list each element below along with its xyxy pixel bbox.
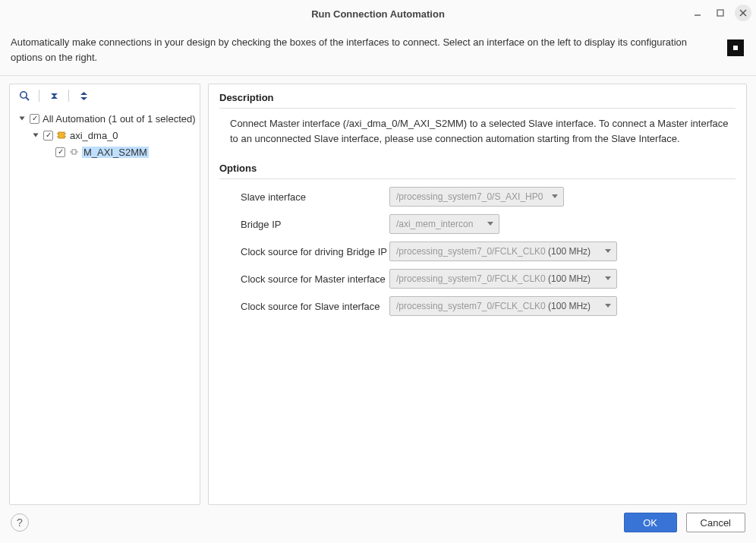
ip-block-icon <box>56 131 67 140</box>
svg-point-4 <box>20 91 26 97</box>
help-button[interactable]: ? <box>11 513 29 532</box>
close-button[interactable] <box>735 5 751 21</box>
option-label: Clock source for Slave interface <box>241 301 389 312</box>
description-heading: Description <box>219 92 736 109</box>
chevron-down-icon <box>604 273 612 284</box>
tree-row-port[interactable]: M_AXI_S2MM <box>13 144 197 160</box>
option-label: Clock source for Master interface <box>241 273 389 285</box>
description-body: Connect Master interface (/axi_dma_0/M_A… <box>219 116 736 146</box>
chevron-down-icon <box>487 219 494 229</box>
config-panel: Description Connect Master interface (/a… <box>208 84 747 505</box>
dropdown-value: /processing_system7_0/S_AXI_HP0 <box>396 191 547 202</box>
option-row: Clock source for driving Bridge IP /proc… <box>241 242 736 261</box>
slave-clock-dropdown[interactable]: /processing_system7_0/FCLK_CLK0 (100 MHz… <box>389 296 617 316</box>
option-row: Bridge IP /axi_mem_intercon <box>241 214 736 234</box>
toolbar-separator <box>39 90 39 102</box>
svg-rect-1 <box>717 10 723 16</box>
chevron-down-icon <box>604 246 612 257</box>
bridge-clock-dropdown[interactable]: /processing_system7_0/FCLK_CLK0 (100 MHz… <box>389 242 617 261</box>
dropdown-value: /axi_mem_intercon <box>396 219 482 229</box>
option-row: Clock source for Slave interface /proces… <box>241 296 736 316</box>
port-icon <box>68 147 79 156</box>
option-row: Clock source for Master interface /proce… <box>241 269 736 289</box>
tree-label-selected: M_AXI_S2MM <box>82 147 149 158</box>
ok-button[interactable]: OK <box>624 513 677 532</box>
bridge-ip-dropdown[interactable]: /axi_mem_intercon <box>389 214 499 234</box>
checkbox-all-automation[interactable] <box>30 114 39 124</box>
checkbox-port[interactable] <box>55 147 65 157</box>
dropdown-value: /processing_system7_0/FCLK_CLK0 (100 MHz… <box>396 273 600 284</box>
svg-rect-6 <box>58 132 65 138</box>
option-label: Clock source for driving Bridge IP <box>241 246 389 257</box>
tree-label: axi_dma_0 <box>70 130 118 141</box>
chevron-down-icon <box>604 301 612 311</box>
options-table: Slave interface /processing_system7_0/S_… <box>219 187 736 316</box>
chevron-down-icon <box>551 191 559 202</box>
master-clock-dropdown[interactable]: /processing_system7_0/FCLK_CLK0 (100 MHz… <box>389 269 617 289</box>
window-title: Run Connection Automation <box>311 8 445 20</box>
checkbox-ip[interactable] <box>43 131 53 140</box>
tree-toolbar <box>10 84 200 107</box>
titlebar: Run Connection Automation <box>0 0 756 27</box>
expand-all-button[interactable] <box>75 87 92 104</box>
option-label: Bridge IP <box>241 219 389 230</box>
expand-arrow-icon[interactable] <box>31 131 40 140</box>
tree-row-all-automation[interactable]: All Automation (1 out of 1 selected) <box>13 110 197 127</box>
options-heading: Options <box>219 163 736 179</box>
automation-tree: All Automation (1 out of 1 selected) axi… <box>10 107 200 163</box>
dropdown-value: /processing_system7_0/FCLK_CLK0 (100 MHz… <box>396 301 600 311</box>
svg-line-5 <box>26 97 29 100</box>
minimize-button[interactable] <box>689 5 706 21</box>
tree-label: All Automation (1 out of 1 selected) <box>43 113 196 125</box>
search-button[interactable] <box>16 87 33 104</box>
option-row: Slave interface /processing_system7_0/S_… <box>241 187 736 207</box>
svg-rect-11 <box>72 150 76 154</box>
amd-logo-icon <box>726 38 745 58</box>
header-description: Automatically make connections in your d… <box>11 35 717 65</box>
tree-panel: All Automation (1 out of 1 selected) axi… <box>9 84 200 505</box>
toolbar-separator <box>68 90 69 102</box>
header-description-bar: Automatically make connections in your d… <box>0 27 756 76</box>
option-label: Slave interface <box>241 191 389 203</box>
expand-arrow-icon[interactable] <box>17 114 27 123</box>
main-area: All Automation (1 out of 1 selected) axi… <box>0 76 756 505</box>
tree-row-ip[interactable]: axi_dma_0 <box>13 127 197 144</box>
cancel-button[interactable]: Cancel <box>686 513 745 532</box>
maximize-button[interactable] <box>712 5 729 21</box>
slave-interface-dropdown[interactable]: /processing_system7_0/S_AXI_HP0 <box>389 187 564 207</box>
window-controls <box>689 5 751 21</box>
dropdown-value: /processing_system7_0/FCLK_CLK0 (100 MHz… <box>396 246 600 257</box>
collapse-all-button[interactable] <box>46 87 62 104</box>
button-bar: ? OK Cancel <box>0 505 756 543</box>
